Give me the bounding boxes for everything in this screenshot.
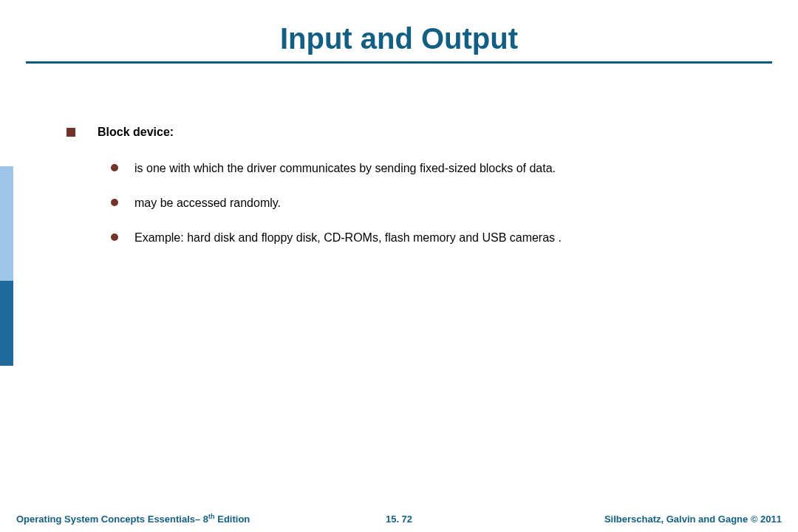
footer: Operating System Concepts Essentials– 8t… — [0, 510, 798, 525]
circle-bullet-icon — [111, 233, 118, 241]
footer-left-post: Edition — [215, 514, 250, 525]
circle-bullet-icon — [111, 199, 118, 206]
footer-left-sup: th — [208, 513, 215, 520]
slide-title: Input and Output — [0, 22, 798, 55]
content-area: Block device: is one with which the driv… — [66, 126, 761, 266]
level2-text: may be accessed randomly. — [134, 196, 281, 210]
footer-right: Silberschatz, Galvin and Gagne © 2011 — [604, 514, 782, 525]
level2-text: is one with which the driver communicate… — [134, 161, 556, 175]
level2-item: Example: hard disk and floppy disk, CD-R… — [111, 231, 761, 245]
slide: Input and Output Block device: is one wi… — [0, 0, 798, 532]
footer-page-number: 15. 72 — [386, 514, 412, 525]
level1-item: Block device: — [66, 126, 761, 139]
footer-left: Operating System Concepts Essentials– 8t… — [16, 513, 250, 525]
footer-left-pre: Operating System Concepts Essentials– 8 — [16, 514, 208, 525]
square-bullet-icon — [66, 128, 75, 137]
circle-bullet-icon — [111, 164, 118, 171]
side-accent-dark — [0, 281, 13, 366]
level2-item: is one with which the driver communicate… — [111, 161, 761, 175]
side-accent-light — [0, 166, 13, 281]
level2-item: may be accessed randomly. — [111, 196, 761, 210]
level1-heading: Block device: — [98, 126, 174, 139]
title-underline — [26, 61, 772, 64]
level2-text: Example: hard disk and floppy disk, CD-R… — [134, 231, 562, 245]
level2-list: is one with which the driver communicate… — [111, 161, 761, 245]
